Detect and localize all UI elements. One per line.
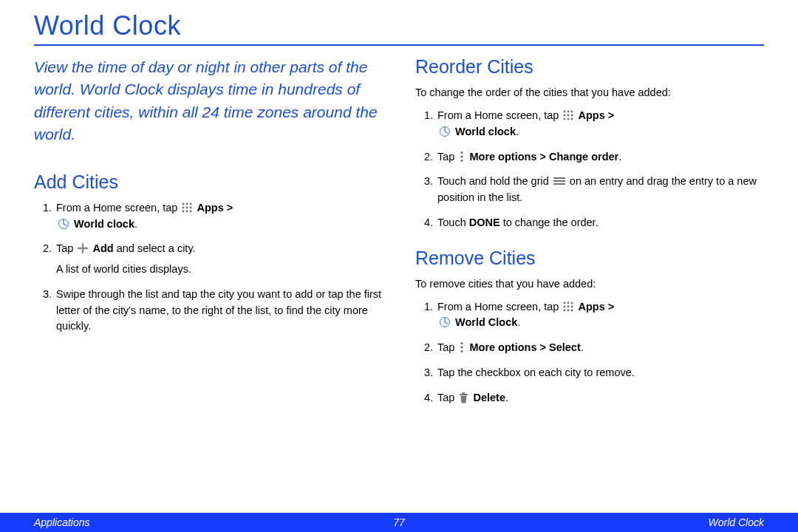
svg-point-31 xyxy=(571,305,573,307)
svg-rect-40 xyxy=(463,392,466,394)
step-text: Tap xyxy=(437,392,457,403)
page-title: World Clock xyxy=(34,10,764,41)
delete-label: Delete xyxy=(473,392,505,403)
period: . xyxy=(505,392,508,403)
svg-point-22 xyxy=(461,159,463,161)
svg-point-16 xyxy=(564,118,566,120)
more-options-icon xyxy=(460,151,464,163)
list-item: Swipe through the list and tap the city … xyxy=(55,287,383,335)
apps-label: Apps > xyxy=(578,109,614,121)
reorder-cities-heading: Reorder Cities xyxy=(415,56,764,78)
svg-point-4 xyxy=(186,206,188,208)
apps-grid-icon xyxy=(182,202,192,213)
apps-label: Apps > xyxy=(578,301,614,313)
svg-point-30 xyxy=(567,305,570,307)
svg-point-34 xyxy=(571,309,573,311)
reorder-lead: To change the order of the cities that y… xyxy=(415,85,764,100)
list-item: Tap the checkbox on each city to remove. xyxy=(436,365,764,381)
more-options-label: More options > Change order xyxy=(469,151,618,163)
svg-point-28 xyxy=(571,301,573,304)
world-clock-icon xyxy=(439,126,451,137)
right-column: Reorder Cities To change the order of th… xyxy=(415,56,764,422)
world-clock-label: World Clock xyxy=(455,316,517,328)
remove-lead: To remove cities that you have added: xyxy=(415,276,764,292)
step-text: Touch and hold the grid xyxy=(437,175,552,187)
list-item: From a Home screen, tap Apps > World clo… xyxy=(55,200,383,233)
svg-point-6 xyxy=(183,210,185,212)
drag-handle-icon xyxy=(553,174,565,183)
svg-point-14 xyxy=(567,115,570,117)
period: . xyxy=(516,126,519,137)
period: . xyxy=(618,151,621,163)
svg-point-26 xyxy=(564,301,566,304)
more-options-icon xyxy=(460,341,464,353)
world-clock-label: World clock xyxy=(455,126,516,137)
list-item: Tap Add and select a city. A list of wor… xyxy=(55,241,383,278)
list-item: Touch DONE to change the order. xyxy=(436,215,764,231)
done-label: DONE xyxy=(469,216,500,228)
svg-point-18 xyxy=(571,118,573,120)
world-clock-icon xyxy=(58,218,69,230)
remove-cities-heading: Remove Cities xyxy=(415,248,764,269)
plus-icon xyxy=(78,242,88,253)
world-clock-icon xyxy=(439,316,451,328)
period: . xyxy=(134,218,137,230)
svg-point-1 xyxy=(186,202,188,205)
svg-point-27 xyxy=(567,301,570,304)
period: . xyxy=(517,316,520,328)
svg-point-2 xyxy=(190,202,192,205)
svg-point-36 xyxy=(461,342,463,344)
svg-point-8 xyxy=(190,210,192,212)
svg-point-33 xyxy=(567,309,570,311)
list-item: Tap More options > Change order. xyxy=(436,149,764,166)
footer-left: Applications xyxy=(34,516,90,528)
svg-point-12 xyxy=(571,111,573,113)
add-cities-heading: Add Cities xyxy=(34,171,383,193)
period: . xyxy=(581,341,584,353)
svg-point-32 xyxy=(564,309,566,311)
step-text: Tap xyxy=(56,242,76,254)
svg-point-21 xyxy=(461,155,463,157)
step-text: From a Home screen, tap xyxy=(437,301,562,313)
step-subtext: A list of world cities displays. xyxy=(56,262,383,278)
apps-grid-icon xyxy=(563,301,573,312)
svg-point-7 xyxy=(186,210,188,212)
step-text: Tap xyxy=(437,341,457,353)
list-item: From a Home screen, tap Apps > World clo… xyxy=(436,108,764,140)
svg-point-3 xyxy=(183,206,185,208)
svg-point-11 xyxy=(567,111,570,113)
world-clock-label: World clock xyxy=(74,218,134,230)
svg-point-20 xyxy=(461,151,463,153)
apps-grid-icon xyxy=(563,110,573,120)
step-text: From a Home screen, tap xyxy=(437,109,562,121)
svg-point-10 xyxy=(564,111,566,113)
left-column: View the time of day or night in other p… xyxy=(34,56,383,422)
svg-point-13 xyxy=(564,115,566,117)
add-cities-steps: From a Home screen, tap Apps > World clo… xyxy=(34,200,383,335)
trash-icon xyxy=(459,392,468,403)
step-text: Tap the checkbox on each city to remove. xyxy=(437,366,635,378)
add-label: Add xyxy=(92,242,113,254)
intro-text: View the time of day or night in other p… xyxy=(34,56,383,146)
footer-right: World Clock xyxy=(709,516,764,528)
svg-point-15 xyxy=(571,115,573,117)
list-item: From a Home screen, tap Apps > World Clo… xyxy=(436,299,764,332)
list-item: Tap Delete. xyxy=(436,390,764,406)
step-text: From a Home screen, tap xyxy=(56,202,180,214)
remove-cities-steps: From a Home screen, tap Apps > World Clo… xyxy=(415,299,764,406)
title-rule xyxy=(34,44,764,46)
step-text: Swipe through the list and tap the city … xyxy=(56,288,381,332)
svg-point-17 xyxy=(567,118,570,120)
step-text: to change the order. xyxy=(503,216,598,228)
svg-point-5 xyxy=(190,206,192,208)
step-text: Tap xyxy=(437,151,457,163)
svg-point-0 xyxy=(183,202,185,205)
svg-rect-39 xyxy=(460,394,468,395)
apps-label: Apps > xyxy=(197,202,233,214)
content-columns: View the time of day or night in other p… xyxy=(34,56,764,422)
reorder-cities-steps: From a Home screen, tap Apps > World clo… xyxy=(415,108,764,231)
step-text: Touch xyxy=(437,216,469,228)
list-item: Touch and hold the grid on an entry and … xyxy=(436,174,764,206)
page-footer: Applications 77 World Clock xyxy=(0,513,798,532)
svg-point-37 xyxy=(461,346,463,348)
